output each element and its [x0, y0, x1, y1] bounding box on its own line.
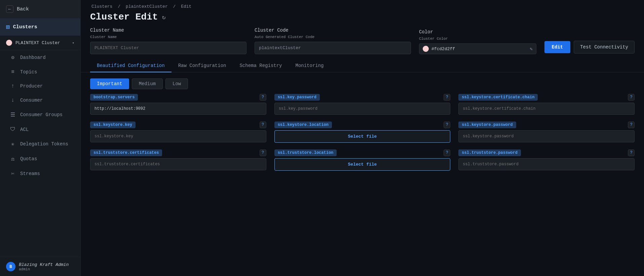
- sidebar-item-label: Consumer Groups: [20, 112, 63, 117]
- config-field-header: ssl.keystore.password ?: [458, 122, 635, 128]
- cluster-code-sub-label: Auto Generated Cluster Code: [255, 35, 411, 39]
- ssl-truststore-password-help[interactable]: ?: [628, 149, 635, 156]
- ssl-truststore-certificates-input[interactable]: [90, 158, 266, 170]
- config-field-header: ssl.truststore.password ?: [458, 149, 635, 156]
- refresh-icon[interactable]: ↻: [162, 13, 166, 21]
- user-avatar: B: [6, 262, 15, 271]
- ssl-keystore-certificate-chain-help[interactable]: ?: [628, 94, 635, 101]
- sidebar-item-label: Streams: [20, 171, 40, 176]
- tab-raw[interactable]: Raw Configuration: [172, 60, 233, 72]
- config-field-ssl-keystore-password: ssl.keystore.password ?: [458, 122, 635, 143]
- color-value: #fcd2d2ff: [431, 46, 527, 51]
- pencil-icon[interactable]: ✎: [530, 46, 532, 52]
- clusters-section: ⊞ Clusters: [0, 19, 80, 36]
- ssl-keystore-key-help[interactable]: ?: [260, 122, 266, 128]
- sidebar-item-label: Dashboard: [20, 55, 46, 60]
- ssl-truststore-location-select-file-button[interactable]: Select file: [274, 158, 451, 171]
- breadcrumb-sep2: /: [173, 4, 176, 9]
- breadcrumb-cluster[interactable]: plaintextCluster: [126, 4, 168, 9]
- config-field-header: ssl.keystore.location ?: [274, 122, 451, 128]
- bootstrap-servers-label: bootstrap.servers: [90, 94, 138, 101]
- priority-medium-button[interactable]: Medium: [132, 78, 163, 89]
- ssl-keystore-password-label: ssl.keystore.password: [458, 122, 516, 128]
- config-field-header: ssl.key.password ?: [274, 94, 451, 101]
- user-name: Blazing Kraft Admin: [19, 262, 69, 267]
- config-field-bootstrap-servers: bootstrap.servers ?: [90, 94, 266, 115]
- sidebar-item-label: ACL: [20, 127, 29, 132]
- cluster-name-main-label: Cluster Name: [90, 28, 247, 33]
- sidebar-item-consumer[interactable]: ↓ Consumer: [0, 93, 80, 107]
- ssl-key-password-label: ssl.key.password: [274, 94, 320, 101]
- cluster-name-group: Cluster Name Cluster Name: [90, 28, 247, 54]
- config-field-ssl-key-password: ssl.key.password ?: [274, 94, 451, 115]
- cluster-code-input[interactable]: [255, 42, 411, 54]
- ssl-keystore-key-input[interactable]: [90, 130, 266, 142]
- config-field-ssl-truststore-certificates: ssl.truststore.certificates ?: [90, 149, 266, 171]
- cluster-selector[interactable]: PLAINTEXT Cluster ▾: [0, 36, 80, 50]
- ssl-keystore-location-help[interactable]: ?: [444, 122, 450, 128]
- config-label: ssl.truststore.password: [458, 149, 521, 156]
- cluster-name-input[interactable]: [90, 42, 247, 54]
- sidebar-item-label: Topics: [20, 69, 37, 75]
- breadcrumb-clusters[interactable]: Clusters: [91, 4, 112, 9]
- ssl-truststore-password-input[interactable]: [458, 158, 635, 170]
- ssl-truststore-certificates-help[interactable]: ?: [260, 149, 266, 156]
- config-field-ssl-keystore-location: ssl.keystore.location ? Select file: [274, 122, 451, 143]
- priority-row: Important Medium Low: [81, 72, 644, 94]
- config-field-header: bootstrap.servers ?: [90, 94, 266, 101]
- clusters-label: Clusters: [13, 24, 37, 30]
- consumer-icon: ↓: [9, 97, 16, 103]
- back-label: Back: [17, 6, 29, 12]
- sidebar-item-label: Producer: [20, 83, 43, 89]
- ssl-keystore-location-select-file-button[interactable]: Select file: [274, 130, 451, 143]
- ssl-key-password-input[interactable]: [274, 103, 451, 115]
- ssl-truststore-location-label: ssl.truststore.location: [274, 149, 337, 156]
- config-label: bootstrap.servers: [90, 94, 138, 101]
- sidebar-nav: ⊙ Dashboard ≡ Topics ↑ Producer ↓ Consum…: [0, 50, 80, 257]
- bootstrap-servers-input[interactable]: [90, 103, 266, 115]
- ssl-keystore-password-input[interactable]: [458, 130, 635, 142]
- delegation-tokens-icon: ✳: [9, 141, 16, 147]
- ssl-truststore-location-help[interactable]: ?: [444, 149, 450, 156]
- cluster-code-main-label: Cluster Code: [255, 28, 411, 33]
- cluster-form: Cluster Name Cluster Name Cluster Code A…: [81, 28, 644, 60]
- config-label: ssl.keystore.location: [274, 122, 332, 128]
- sidebar-item-acl[interactable]: 🛡 ACL: [0, 122, 80, 137]
- cluster-name-sub-label: Cluster Name: [90, 35, 247, 39]
- sidebar-item-streams[interactable]: ✄ Streams: [0, 166, 80, 181]
- ssl-key-password-help[interactable]: ?: [444, 94, 450, 101]
- user-section: B Blazing Kraft Admin admin: [0, 257, 80, 276]
- breadcrumb-current: Edit: [181, 4, 191, 9]
- config-label: ssl.keystore.key: [90, 122, 136, 128]
- priority-important-button[interactable]: Important: [90, 78, 129, 89]
- test-connectivity-button[interactable]: Test Connectivity: [574, 41, 635, 54]
- sidebar-item-topics[interactable]: ≡ Topics: [0, 65, 80, 79]
- config-fields-grid: bootstrap.servers ? ssl.key.password ? s…: [81, 94, 644, 177]
- sidebar-item-label: Consumer: [20, 98, 43, 103]
- user-role: admin: [19, 267, 69, 271]
- breadcrumb: Clusters / plaintextCluster / Edit: [81, 0, 644, 10]
- back-button[interactable]: ← Back: [0, 0, 80, 19]
- tab-schema[interactable]: Schema Registry: [233, 60, 289, 72]
- quotas-icon: ⚖: [9, 156, 16, 162]
- config-label: ssl.truststore.certificates: [90, 149, 162, 156]
- tab-beautified[interactable]: Beautified Configuration: [90, 60, 172, 72]
- ssl-keystore-certificate-chain-input[interactable]: [458, 103, 635, 115]
- config-field-ssl-truststore-location: ssl.truststore.location ? Select file: [274, 149, 451, 171]
- ssl-keystore-password-help[interactable]: ?: [628, 122, 635, 128]
- color-sub-label: Cluster Color: [419, 37, 536, 41]
- main-content: Clusters / plaintextCluster / Edit Clust…: [81, 0, 644, 276]
- sidebar-item-producer[interactable]: ↑ Producer: [0, 79, 80, 93]
- cluster-color-dot: [6, 40, 12, 46]
- edit-button[interactable]: Edit: [544, 41, 571, 53]
- color-group: Color Cluster Color #fcd2d2ff ✎: [419, 29, 536, 54]
- config-label: ssl.truststore.location: [274, 149, 337, 156]
- sidebar-item-dashboard[interactable]: ⊙ Dashboard: [0, 50, 80, 65]
- priority-low-button[interactable]: Low: [165, 78, 188, 89]
- tab-monitoring[interactable]: Monitoring: [289, 60, 331, 72]
- config-label: ssl.keystore.certificate.chain: [458, 94, 538, 101]
- sidebar-item-consumer-groups[interactable]: ☰ Consumer Groups: [0, 107, 80, 122]
- sidebar-item-delegation-tokens[interactable]: ✳ Delegation Tokens: [0, 137, 80, 151]
- bootstrap-servers-help[interactable]: ?: [260, 94, 266, 101]
- sidebar-item-quotas[interactable]: ⚖ Quotas: [0, 151, 80, 166]
